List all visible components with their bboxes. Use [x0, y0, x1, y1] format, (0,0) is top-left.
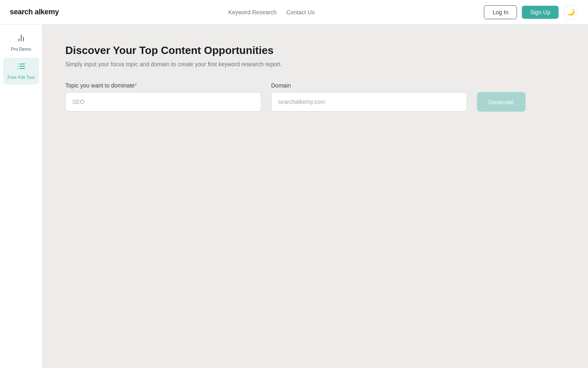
- nav: Keyword Research Contact Us: [228, 9, 315, 16]
- domain-input[interactable]: [271, 92, 467, 112]
- required-asterisk: *: [135, 82, 137, 89]
- theme-toggle-button[interactable]: 🌙: [564, 5, 578, 20]
- signup-button[interactable]: Sign Up: [522, 6, 559, 19]
- sidebar-item-free-kw-tool[interactable]: Free KW Tool: [3, 58, 39, 84]
- page-title: Discover Your Top Content Opportunities: [65, 44, 565, 57]
- domain-label: Domain: [271, 82, 467, 89]
- main-content: Discover Your Top Content Opportunities …: [42, 25, 588, 368]
- topic-input[interactable]: [65, 92, 261, 112]
- nav-keyword-research[interactable]: Keyword Research: [228, 9, 276, 16]
- topic-label: Topic you want to dominate*: [65, 82, 261, 89]
- sidebar-item-pro-demo[interactable]: Pro Demo: [3, 29, 39, 56]
- list-icon: [17, 62, 26, 73]
- header: search alkemy Keyword Research Contact U…: [0, 0, 588, 25]
- logo: search alkemy: [10, 8, 59, 16]
- login-button[interactable]: Log In: [484, 5, 517, 19]
- domain-form-group: Domain: [271, 82, 467, 112]
- moon-icon: 🌙: [567, 8, 575, 16]
- generate-button[interactable]: Generate: [477, 92, 526, 112]
- header-actions: Log In Sign Up 🌙: [484, 5, 578, 20]
- bar-chart-icon: [17, 34, 26, 45]
- layout: Pro Demo Free KW Tool Discover Your Top …: [0, 25, 588, 368]
- topic-form-group: Topic you want to dominate*: [65, 82, 261, 112]
- nav-contact-us[interactable]: Contact Us: [286, 9, 314, 16]
- sidebar: Pro Demo Free KW Tool: [0, 25, 42, 368]
- page-subtitle: Simply input your focus topic and domain…: [65, 61, 565, 67]
- form-row: Topic you want to dominate* Domain Gener…: [65, 82, 565, 112]
- sidebar-item-free-kw-tool-label: Free KW Tool: [7, 74, 34, 80]
- sidebar-item-pro-demo-label: Pro Demo: [11, 46, 31, 52]
